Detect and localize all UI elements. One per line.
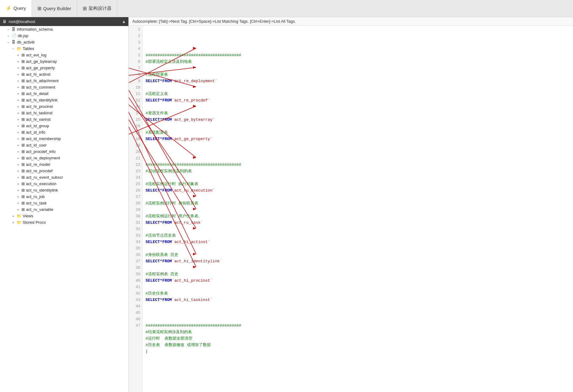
sidebar-item[interactable]: + ⊞ act_hi_comment [0,84,128,90]
code-sql-token: * [160,136,162,142]
sidebar-item[interactable]: + ⊞ act_ru_event_subscr [0,174,128,181]
sidebar-item[interactable]: + ⊞ act_hi_detail [0,90,128,97]
sidebar-item[interactable]: + ⊞ act_re_deployment [0,155,128,161]
tree-item-icon: 📁 [17,46,21,51]
code-sql-token: SELECT [146,297,160,303]
code-line [146,155,573,162]
sidebar-item[interactable]: + ⊞ act_ru_identitylink [0,187,128,193]
tree-expander: − [6,28,10,31]
code-editor[interactable]: 1234567891011121314151617181920212223242… [129,26,573,392]
sidebar-tree: − 🗄 information_schema − 📄 db.jsp − 🗄 db… [0,26,128,226]
code-sql-token: FROM [162,187,172,194]
code-comment-text: #启动流程实例涉及到的表 [146,168,192,174]
sidebar-item[interactable]: − 🗄 information_schema [0,26,128,32]
code-line [146,65,573,71]
sidebar-item[interactable]: + ⊞ act_hi_procinst [0,103,128,110]
code-line: SELECT * FROM `act_ge_bytearray` [146,116,573,123]
tree-item-label: act_ru_identitylink [26,188,58,192]
code-comment-text: #流程部署表 [146,71,168,78]
tree-expander: + [16,163,20,166]
line-number: 44 [129,303,140,310]
tree-expander: + [16,66,20,70]
tree-item-label: act_evt_log [26,53,47,57]
code-sql-token: SELECT [146,116,160,123]
tree-expander: + [16,201,20,205]
line-number: 16 [129,123,140,129]
code-line: SELECT * FROM `act_re_deployment` [146,78,573,84]
tree-item-icon: ⊞ [21,136,25,141]
tree-item-label: act_id_user [26,143,47,147]
sidebar-item[interactable]: + ⊞ act_hi_identitylink [0,97,128,103]
line-number: 5 [129,52,140,59]
code-line: SELECT * FROM `act_ru_execution` [146,187,573,194]
sidebar-item[interactable]: + ⊞ act_id_membership [0,135,128,142]
tree-item-icon: ⊞ [21,175,25,180]
sidebar-item[interactable]: + 📁 Stored Procs [0,219,128,226]
code-sql-token: FROM [162,258,172,265]
tree-item-label: Stored Procs [23,220,46,225]
sidebar-item[interactable]: + ⊞ act_ru_job [0,193,128,200]
tab-schema-designer[interactable]: ⊞ 架构设计器 [77,0,117,17]
code-line: | [146,348,573,355]
sidebar-item[interactable]: + ⊞ act_re_model [0,161,128,168]
sidebar-item[interactable]: + ⊞ act_procdef_info [0,148,128,155]
code-sql-token: `act_hi_procinst` [172,277,213,284]
tree-expander: − [6,40,10,44]
sidebar-scroll-btn[interactable]: ▲ [122,19,126,24]
sidebar-item[interactable]: + ⊞ act_ru_execution [0,181,128,187]
line-number: 20 [129,149,140,155]
tree-item-label: act_re_model [26,162,50,167]
code-line: ######################################## [146,322,573,329]
tab-query[interactable]: ⚡ Query [0,0,32,17]
line-number: 46 [129,316,140,322]
sidebar-item[interactable]: + ⊞ act_ge_bytearray [0,58,128,65]
code-sql-token: `act_ge_property` [172,136,213,142]
sidebar-item[interactable]: + ⊞ act_hi_actinst [0,71,128,78]
tree-expander: + [11,221,15,224]
sidebar-item[interactable]: + ⊞ act_id_user [0,142,128,148]
tree-expander: + [16,111,20,115]
sidebar-item[interactable]: + ⊞ act_hi_varinst [0,116,128,123]
code-sql-token: * [160,297,162,303]
line-number: 38 [129,265,140,271]
code-line: #活动节点历史表 [146,232,573,239]
tree-expander: + [16,143,20,147]
code-comment-text: #流程实例运行时 执行对象表 [146,181,198,187]
sidebar-item[interactable]: − 📄 db.jsp [0,32,128,39]
tree-item-icon: ⊞ [21,124,25,128]
code-sql-token: `act_re_procdef` [172,97,210,104]
tree-item-label: act_id_info [26,130,45,135]
code-line [146,174,573,181]
sidebar-item[interactable]: + ⊞ act_ru_task [0,200,128,206]
line-number: 24 [129,174,140,181]
tree-item-label: act_ru_execution [26,181,56,186]
tree-item-label: act_hi_attachment [26,78,59,83]
sidebar-item[interactable]: + ⊞ act_hi_taskinst [0,110,128,116]
tree-expander: + [16,118,20,121]
sidebar-item[interactable]: + ⊞ act_id_info [0,129,128,135]
code-line: SELECT * FROM `act_hi_identitylink` [146,258,573,265]
sidebar-item[interactable]: + 📁 Views [0,213,128,219]
sidebar-item[interactable]: + ⊞ act_ge_property [0,65,128,71]
sidebar-item[interactable]: − 🗄 db_activiti [0,39,128,45]
code-comment-text: ######################################## [146,52,241,59]
code-sql-token: FROM [162,277,172,284]
sidebar-item[interactable]: − 📁 Tables [0,45,128,52]
sidebar-item[interactable]: + ⊞ act_evt_log [0,52,128,58]
line-number: 42 [129,290,140,297]
code-content[interactable]: ########################################… [142,26,573,392]
sidebar-item[interactable]: + ⊞ act_re_procdef [0,168,128,174]
code-sql-token: SELECT [146,78,160,84]
code-sql-token: FROM [162,219,172,226]
code-comment-text: #运行时 表数据全部清空 [146,335,192,342]
tree-item-icon: ⊞ [21,162,25,167]
sidebar-item[interactable]: + ⊞ act_ru_variable [0,206,128,213]
sidebar-item[interactable]: + ⊞ act_hi_attachment [0,78,128,84]
tab-query-builder[interactable]: ⊞ Query Builder [32,0,77,17]
code-sql-token: `act_re_deployment` [172,78,217,84]
sidebar-item[interactable]: + ⊞ act_id_group [0,123,128,129]
tree-expander: + [16,137,20,141]
tree-item-icon: ⊞ [21,66,25,70]
tree-item-icon: ⊞ [21,98,25,102]
line-number: 35 [129,245,140,252]
